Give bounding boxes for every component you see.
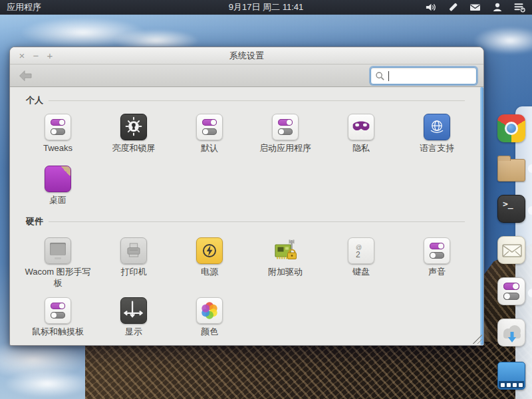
settings-item-printers[interactable]: 打印机: [96, 237, 172, 289]
dock-item-software-updater[interactable]: [497, 319, 525, 346]
back-button[interactable]: [18, 70, 34, 82]
item-label: 桌面: [49, 194, 66, 205]
section-header-hardware: 硬件: [26, 215, 465, 227]
search-input[interactable]: [391, 71, 472, 81]
item-label: 显示: [125, 326, 142, 337]
settings-item-language-support[interactable]: 语言支持: [399, 114, 475, 154]
dock-item-mail[interactable]: [497, 236, 525, 264]
applications-menu[interactable]: 应用程序: [0, 1, 41, 13]
wacom-tablet-icon: [45, 237, 71, 264]
item-label: Wacom 图形手写板: [21, 266, 94, 289]
titlebar[interactable]: × − + 系统设置: [10, 47, 483, 65]
desktop-folder-icon: [45, 166, 71, 192]
session-menu-icon[interactable]: [514, 2, 525, 13]
display-axes-icon: [120, 297, 147, 324]
resize-grip[interactable]: [472, 334, 482, 344]
cloud: [4, 370, 90, 398]
dock-indicator: [528, 164, 532, 173]
eiffel-tower-image: [85, 342, 532, 399]
envelope-icon: [498, 237, 526, 265]
search-box[interactable]: [370, 67, 477, 84]
dock-indicator: [528, 289, 532, 297]
settings-item-defaults[interactable]: 默认: [172, 114, 247, 154]
search-icon: [375, 71, 385, 81]
settings-item-display[interactable]: 显示: [96, 297, 172, 337]
scrollbar[interactable]: [480, 87, 483, 345]
toggles-icon: [196, 114, 223, 140]
settings-item-mouse-touchpad[interactable]: 鼠标和触摸板: [20, 297, 96, 337]
settings-content: 个人 Tweaks: [10, 87, 483, 345]
cloud-download-icon: [498, 319, 526, 347]
text-caret: [388, 71, 389, 81]
dock: >_: [497, 114, 525, 390]
item-label: 声音: [428, 266, 446, 277]
top-panel: 应用程序 9月17日 周二 11:41: [0, 0, 532, 15]
dock-item-settings[interactable]: [497, 277, 525, 305]
language-globe-icon: [424, 114, 450, 140]
item-label: 键盘: [352, 266, 370, 277]
settings-item-tweaks[interactable]: Tweaks: [20, 114, 96, 154]
toggle-on: [503, 283, 519, 290]
section-header-personal: 个人: [26, 94, 465, 106]
volume-icon[interactable]: [425, 2, 436, 13]
maximize-button[interactable]: +: [45, 47, 55, 65]
toolbar: [10, 65, 483, 87]
settings-item-keyboard[interactable]: @ 2 键盘: [323, 237, 399, 289]
additional-drivers-icon: [272, 237, 299, 264]
privacy-mask-icon: [348, 114, 374, 140]
window-title: 系统设置: [10, 50, 483, 62]
item-label: 语言支持: [420, 142, 454, 154]
item-label: 鼠标和触摸板: [32, 326, 84, 337]
back-arrow-icon: [18, 70, 33, 82]
toggles-icon: [45, 114, 71, 140]
item-label: 电源: [201, 266, 218, 277]
item-label: 默认: [201, 142, 218, 154]
toggle-off: [503, 293, 519, 300]
item-label: 附加驱动: [268, 266, 303, 277]
minimize-button[interactable]: −: [31, 47, 41, 65]
settings-item-sound[interactable]: 声音: [399, 237, 475, 289]
toggles-icon: [424, 237, 450, 264]
settings-window: × − + 系统设置 个人: [9, 47, 484, 346]
dock-item-file-manager[interactable]: [497, 159, 525, 182]
power-icon: [196, 237, 223, 264]
item-label: Tweaks: [43, 142, 72, 154]
item-label: 亮度和锁屏: [112, 142, 156, 154]
terminal-glyph: >_: [503, 199, 513, 209]
settings-item-desktop[interactable]: 桌面: [20, 166, 96, 205]
toggles-icon: [272, 114, 299, 140]
workspace-dock-bar: [499, 381, 524, 388]
toggles-icon: [45, 297, 71, 324]
item-label: 颜色: [201, 326, 218, 337]
settings-item-brightness-lock[interactable]: 亮度和锁屏: [96, 114, 172, 154]
dock-item-terminal[interactable]: >_: [497, 195, 525, 223]
settings-item-privacy[interactable]: 隐私: [323, 114, 399, 154]
dock-item-chrome[interactable]: [497, 114, 525, 142]
brightness-lock-icon: [120, 114, 147, 140]
close-button[interactable]: ×: [17, 47, 27, 65]
settings-item-wacom-tablet[interactable]: Wacom 图形手写板: [20, 237, 96, 289]
mail-icon[interactable]: [469, 2, 481, 13]
printer-icon: [120, 237, 147, 264]
input-pen-icon[interactable]: [448, 2, 458, 13]
settings-item-color[interactable]: 颜色: [172, 297, 247, 337]
color-circles-icon: [196, 297, 223, 324]
dock-item-workspace[interactable]: [497, 362, 525, 390]
item-label: 隐私: [352, 142, 370, 154]
item-label: 启动应用程序: [259, 142, 311, 154]
settings-item-startup-applications[interactable]: 启动应用程序: [247, 114, 323, 154]
dock-indicator: [528, 206, 532, 215]
item-label: 打印机: [121, 266, 147, 277]
settings-item-additional-drivers[interactable]: 附加驱动: [247, 237, 323, 289]
user-icon[interactable]: [492, 2, 503, 13]
desktop: >_ 应用程序 9月17日 周二 11:41: [0, 0, 532, 399]
keyboard-icon: @ 2: [348, 237, 374, 264]
settings-item-power[interactable]: 电源: [172, 237, 247, 289]
